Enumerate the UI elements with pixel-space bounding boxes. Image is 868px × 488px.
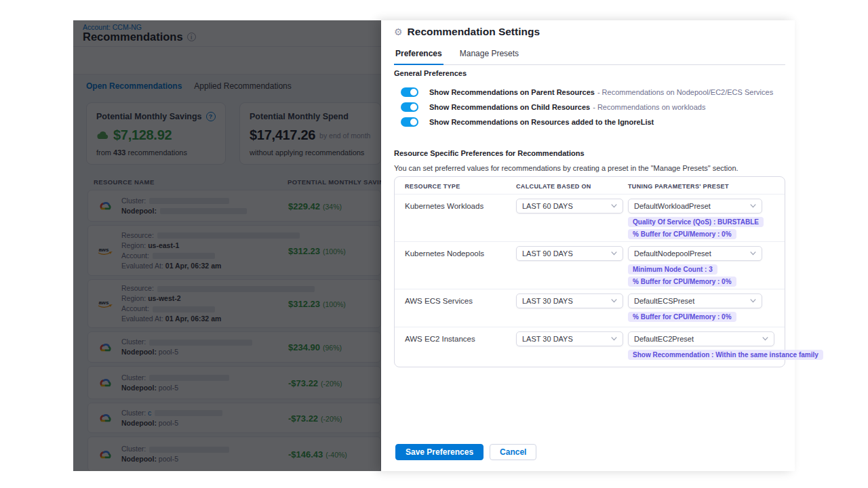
drawer-title: Recommendation Settings xyxy=(408,26,540,38)
calculate-based-on-dropdown[interactable]: LAST 30 DAYS xyxy=(516,331,623,346)
tab-preferences[interactable]: Preferences xyxy=(394,46,443,64)
toggle-description: - Recommendations on Nodepool/EC2/ECS Se… xyxy=(597,88,773,96)
resource-preferences-table: RESOURCE TYPE CALCULATE BASED ON TUNING … xyxy=(394,176,785,367)
chevron-down-icon xyxy=(750,299,756,303)
drawer-title-row: ⚙ Recommendation Settings xyxy=(394,26,540,38)
tuning-preset-dropdown[interactable]: DefaultECSPreset xyxy=(628,293,762,308)
preset-badge: Minimum Node Count : 3 xyxy=(628,264,717,274)
calculate-based-on-dropdown[interactable]: LAST 90 DAYS xyxy=(516,246,623,261)
settings-tabs: Preferences Manage Presets xyxy=(394,46,785,65)
recommendations-page: Account: CCM-NG Recommendations i Open R… xyxy=(73,20,381,471)
resource-type-label: AWS ECS Services xyxy=(405,297,473,305)
gear-icon: ⚙ xyxy=(394,27,403,37)
ignorelist-toggle[interactable] xyxy=(401,117,418,127)
toggle-label: Show Recommendations on Resources added … xyxy=(429,118,654,126)
general-preferences-toggles: Show Recommendations on Parent Resources… xyxy=(401,85,773,129)
column-calculate-based-on: CALCULATE BASED ON xyxy=(516,183,591,190)
screen: Account: CCM-NG Recommendations i Open R… xyxy=(0,0,868,488)
toggle-row-parent-resources: Show Recommendations on Parent Resources… xyxy=(401,85,773,100)
chevron-down-icon xyxy=(611,299,617,303)
preset-badge: % Buffer for CPU/Memory : 0% xyxy=(628,312,736,322)
save-preferences-button[interactable]: Save Preferences xyxy=(395,444,484,460)
chevron-down-icon xyxy=(611,337,617,341)
chevron-down-icon xyxy=(611,251,617,256)
toggle-label: Show Recommendations on Child Resources xyxy=(429,103,590,111)
modal-dim-overlay xyxy=(73,20,381,471)
preset-badge: % Buffer for CPU/Memory : 0% xyxy=(628,277,736,287)
pref-row-kubernetes-nodepools: Kubernetes Nodepools LAST 90 DAYS Defaul… xyxy=(395,242,785,289)
parent-resources-toggle[interactable] xyxy=(401,87,418,97)
resource-type-label: Kubernetes Nodepools xyxy=(405,249,484,258)
column-resource-type: RESOURCE TYPE xyxy=(405,183,460,190)
tuning-preset-dropdown[interactable]: DefaultEC2Preset xyxy=(628,331,774,346)
calculate-based-on-dropdown[interactable]: LAST 30 DAYS xyxy=(516,293,623,308)
chevron-down-icon xyxy=(750,204,756,208)
calculate-based-on-dropdown[interactable]: LAST 60 DAYS xyxy=(516,199,623,214)
tuning-preset-dropdown[interactable]: DefaultWorkloadPreset xyxy=(628,199,762,214)
toggle-label: Show Recommendations on Parent Resources xyxy=(429,88,595,96)
preset-badge: Show Recommendation : Within the same in… xyxy=(628,350,823,360)
chevron-down-icon xyxy=(750,251,756,256)
pref-row-aws-ecs-services: AWS ECS Services LAST 30 DAYS DefaultECS… xyxy=(395,289,785,327)
resource-preferences-heading: Resource Specific Preferences for Recomm… xyxy=(394,149,585,157)
child-resources-toggle[interactable] xyxy=(401,102,418,112)
pref-row-kubernetes-workloads: Kubernetes Workloads LAST 60 DAYS Defaul… xyxy=(395,195,785,242)
cancel-button[interactable]: Cancel xyxy=(490,444,536,460)
chevron-down-icon xyxy=(611,204,617,208)
resource-type-label: AWS EC2 Instances xyxy=(405,335,475,343)
toggle-row-child-resources: Show Recommendations on Child Resources … xyxy=(401,100,773,115)
drawer-footer: Save Preferences Cancel xyxy=(395,444,536,460)
toggle-description: - Recommendations on workloads xyxy=(593,103,705,111)
tab-manage-presets[interactable]: Manage Presets xyxy=(458,46,520,64)
resource-preferences-description: You can set preferred values for recomme… xyxy=(394,164,738,172)
general-preferences-heading: General Preferences xyxy=(394,69,467,77)
preset-badge: % Buffer for CPU/Memory : 0% xyxy=(628,229,736,239)
preset-badge: Quality Of Service (QoS) : BURSTABLE xyxy=(628,217,764,227)
recommendation-settings-drawer: ⚙ Recommendation Settings Preferences Ma… xyxy=(381,20,795,471)
chevron-down-icon xyxy=(762,337,768,341)
pref-row-aws-ec2-instances: AWS EC2 Instances LAST 30 DAYS DefaultEC… xyxy=(395,327,785,367)
preferences-table-header: RESOURCE TYPE CALCULATE BASED ON TUNING … xyxy=(395,177,785,195)
column-tuning-preset: TUNING PARAMETERS' PRESET xyxy=(628,183,729,190)
resource-type-label: Kubernetes Workloads xyxy=(405,202,484,210)
tuning-preset-dropdown[interactable]: DefaultNodepoolPreset xyxy=(628,246,762,261)
toggle-row-ignorelist: Show Recommendations on Resources added … xyxy=(401,115,773,129)
